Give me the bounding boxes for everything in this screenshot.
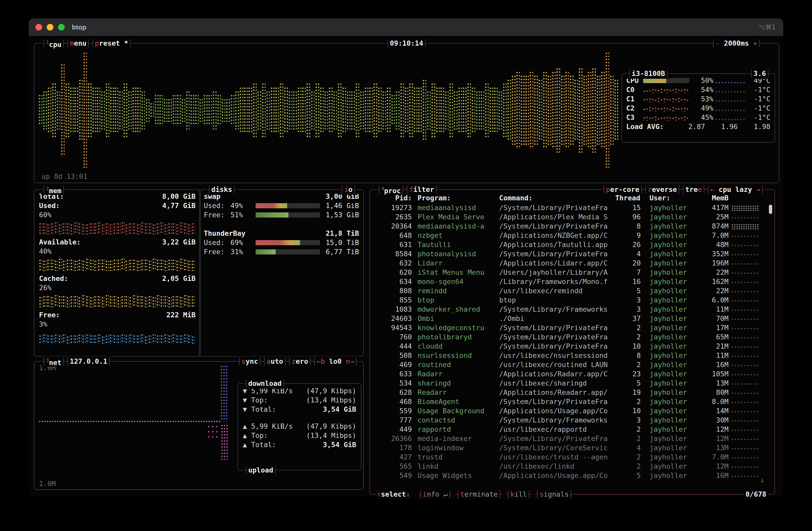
process-row[interactable]: 508nsurlsessiond/usr/libexec/nsurlsessio… (374, 351, 763, 360)
info-action[interactable]: info ↵ (423, 489, 448, 499)
net-stats-box: ┤download├ ┤upload├ ▼ 5,99 KiB/s(47,9 Ki… (238, 383, 361, 470)
process-row[interactable]: 469routined/usr/libexec/routined LAUN2ja… (374, 360, 763, 369)
process-row[interactable]: 427trustd/usr/libexec/trustd --agen2jayh… (374, 453, 763, 462)
process-row[interactable]: 631Tautulli/Applications/Tautulli.app26j… (374, 240, 763, 249)
interval-decrease-button[interactable]: - (715, 38, 720, 48)
scroll-down-indicator: ↓ (760, 476, 764, 485)
filter-button[interactable]: filter (409, 185, 434, 195)
process-row[interactable]: 549Usage Widgets/Applications/Usage.app/… (374, 471, 763, 480)
header-mem[interactable]: MemB (700, 193, 728, 203)
process-row[interactable]: 20364mediaanalysisd-a/System/Library/Pri… (374, 222, 763, 231)
process-row[interactable]: 620iStat Menus Menu/Users/jayholler/Libr… (374, 268, 763, 277)
signals-action[interactable]: signals (539, 489, 569, 499)
process-row[interactable]: 468BiomeAgent/System/Library/PrivateFra2… (374, 397, 763, 406)
disk-used-row: Used: 49% 1,46 GiB (204, 201, 359, 210)
process-prog: Plex Media Serve (412, 212, 499, 222)
process-row[interactable]: 855btopbtop3jayholler6.0M0.0 (374, 296, 763, 305)
process-cmd: /Applications/NZBGet.app/C (499, 231, 615, 240)
process-row[interactable]: 777contactsd/System/Library/Frameworks3j… (374, 416, 763, 425)
scrollbar-thumb[interactable] (769, 205, 772, 214)
process-row[interactable]: 628Readarr/Applications/Readarr.app/19ja… (374, 388, 763, 397)
process-cpu-minigraph (729, 370, 763, 378)
tree-toggle[interactable]: tree (685, 185, 702, 195)
process-prog: contactsd (412, 416, 499, 425)
process-row[interactable]: 94543knowledgeconstru/System/Library/Pri… (374, 323, 763, 333)
reverse-toggle[interactable]: reverse (648, 185, 677, 195)
process-row[interactable]: 559Usage Background/Applications/Usage.a… (374, 406, 763, 416)
per-core-toggle[interactable]: per-core (606, 185, 639, 195)
process-row[interactable]: 178loginwindow/System/Library/CoreServic… (374, 443, 763, 453)
mem-box-title: ┤2mem├ (41, 185, 67, 195)
kill-action[interactable]: kill (510, 489, 527, 499)
process-thr: 2 (615, 425, 641, 434)
preset-button[interactable]: preset * (95, 38, 128, 48)
process-cpu-minigraph (729, 417, 763, 424)
process-row[interactable]: 648nzbget/Applications/NZBGet.app/C9jayh… (374, 231, 763, 240)
auto-toggle[interactable]: auto (266, 356, 283, 367)
sort-mode-switcher[interactable]: ← cpu lazy → (710, 185, 760, 195)
process-row[interactable]: 633Radarr/Applications/Radarr.app/C23jay… (374, 369, 763, 379)
maximize-button[interactable] (58, 24, 65, 31)
process-memv: 65M (700, 333, 728, 342)
process-cpu-minigraph (729, 222, 763, 230)
select-up-button[interactable]: ↑ (377, 489, 381, 499)
io-mode-toggle[interactable]: ┤io├ (339, 185, 358, 195)
tab-mem[interactable]: 2mem (46, 183, 61, 196)
process-row[interactable]: 760photolibraryd/System/Library/PrivateF… (374, 333, 763, 342)
upload-total-row: ▲ Total:3,54 GiB (238, 440, 361, 449)
process-thr: 15 (615, 203, 641, 212)
header-command[interactable]: Command: (499, 193, 615, 203)
process-thr: 23 (615, 369, 641, 379)
header-program[interactable]: Program: (412, 193, 499, 203)
disks-box: ┤disks├ ┤io├ swap3,00 GiB Used: 49% 1,46… (199, 189, 364, 357)
terminate-action[interactable]: terminate (460, 489, 498, 499)
process-prog: nsurlsessiond (412, 351, 499, 360)
select-down-button[interactable]: ↓ (406, 489, 410, 499)
traffic-lights (29, 24, 65, 31)
header-user[interactable]: User: (641, 193, 701, 203)
process-pid: 631 (374, 240, 412, 249)
process-cmd: /System/Library/PrivateFra (499, 203, 615, 212)
process-row[interactable]: 534sharingd/usr/libexec/sharingd5jayholl… (374, 379, 763, 388)
mem-free-pct: 3% (39, 320, 195, 329)
menu-button[interactable]: menu (70, 38, 86, 48)
mem-box: ┤2mem├ Total:8,00 GiB Used:4,77 GiB 60% … (34, 189, 201, 357)
process-cmd: /usr/libexec/routined LAUN (499, 360, 615, 369)
process-row[interactable]: 449rapportd/usr/libexec/rapportd2jayholl… (374, 425, 763, 434)
process-cmd: /System/Library/PrivateFra (499, 434, 615, 443)
process-row[interactable]: 24603Ombi./Ombi37jayholler70M0.0 (374, 314, 763, 323)
zero-toggle[interactable]: zero (292, 356, 308, 367)
process-row[interactable]: 808remindd/usr/libexec/remindd5jayholler… (374, 286, 763, 296)
terminal: ┤1cpu├┤menu├┤preset *├ ┤09:10:14├ ┤- 200… (29, 36, 783, 496)
process-cpu-minigraph (729, 426, 763, 433)
process-cpu-minigraph (729, 232, 763, 239)
header-cpu-graph (729, 193, 763, 203)
down-arrow-icon: ▼ (243, 405, 247, 413)
process-cpu-minigraph (729, 343, 763, 350)
sync-toggle[interactable]: sync (242, 356, 258, 367)
process-row[interactable]: 634mono-sgen64/Library/Frameworks/Mono.f… (374, 277, 763, 286)
process-row[interactable]: 2635Plex Media Serve/Applications/Plex M… (374, 212, 763, 222)
process-row[interactable]: 26366media-indexer/System/Library/Privat… (374, 434, 763, 443)
process-row[interactable]: 444cloudd/System/Library/PrivateFra10jay… (374, 342, 763, 351)
tab-proc[interactable]: 4proc (381, 183, 401, 196)
download-title: ┤download├ (243, 378, 287, 389)
close-button[interactable] (35, 24, 42, 31)
core-usage-graph (643, 87, 689, 93)
interval-increase-button[interactable]: + (753, 38, 757, 48)
minimize-button[interactable] (47, 24, 53, 31)
tab-net[interactable]: 3net (46, 355, 61, 368)
process-row[interactable]: 19273mediaanalysisd/System/Library/Priva… (374, 203, 763, 212)
btop-window: btop ⌥⌘1 ┤1cpu├┤menu├┤preset *├ ┤09:10:1… (29, 18, 783, 496)
core-temp-graph (715, 94, 745, 104)
process-row[interactable]: 632Lidarr/Applications/Lidarr.app/C20jay… (374, 259, 763, 268)
process-row[interactable]: 8584photoanalysisd/System/Library/Privat… (374, 249, 763, 259)
process-usr: jayholler (641, 249, 701, 259)
header-threads[interactable]: Threads: (615, 193, 641, 203)
process-pid: 26366 (374, 434, 412, 443)
process-usr: jayholler (641, 231, 701, 240)
interface-switcher[interactable]: ←b lo0 n→ (316, 356, 354, 367)
process-row[interactable]: 1083mdworker_shared/System/Library/Frame… (374, 305, 763, 314)
tab-cpu[interactable]: 1cpu (46, 37, 61, 50)
process-row[interactable]: 565linkd/usr/libexec/linkd2jayholler12M0… (374, 462, 763, 471)
